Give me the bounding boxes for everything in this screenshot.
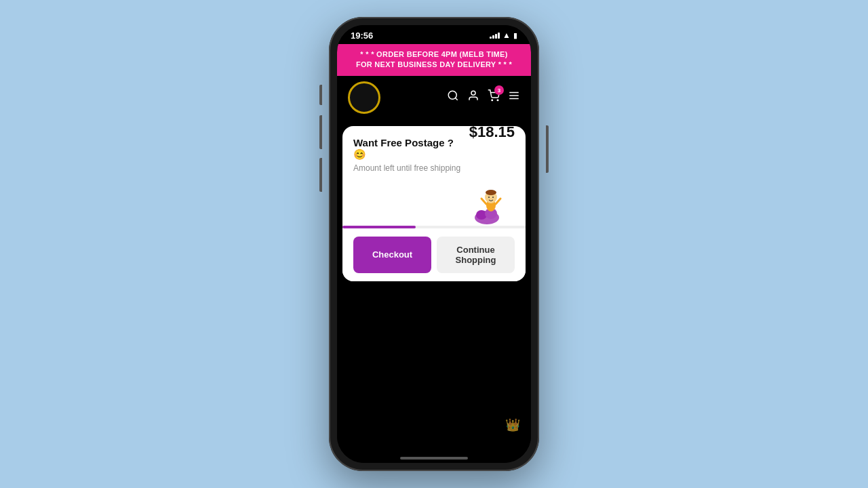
volume-up-button[interactable] bbox=[319, 115, 322, 149]
checkout-button[interactable]: Checkout bbox=[353, 237, 431, 273]
modal-content: Want Free Postage ? 😊 Amount left until … bbox=[342, 126, 526, 226]
free-postage-modal: Want Free Postage ? 😊 Amount left until … bbox=[342, 126, 526, 281]
wifi-icon: ▲ bbox=[502, 30, 511, 40]
status-time: 19:56 bbox=[351, 30, 373, 41]
modal-subtitle: Amount left until free shipping bbox=[353, 163, 469, 173]
svg-point-0 bbox=[448, 92, 456, 100]
modal-title: Want Free Postage ? 😊 bbox=[353, 137, 469, 161]
header: 3 bbox=[337, 76, 531, 119]
svg-point-14 bbox=[488, 197, 490, 198]
svg-line-1 bbox=[455, 98, 457, 100]
status-icons: ▲ ▮ bbox=[490, 30, 517, 40]
notch bbox=[407, 25, 461, 40]
home-indicator bbox=[337, 451, 531, 463]
svg-point-3 bbox=[492, 100, 493, 101]
cartoon-figure bbox=[472, 178, 509, 226]
modal-overlay: Want Free Postage ? 😊 Amount left until … bbox=[337, 119, 531, 451]
home-bar[interactable] bbox=[400, 457, 468, 460]
modal-amount: $18.15 bbox=[469, 126, 515, 141]
volume-mute-button[interactable] bbox=[319, 85, 322, 105]
app-content: (x3) Curl: C Edit Subtotal $56.85 Shippi… bbox=[337, 119, 531, 451]
svg-point-2 bbox=[471, 92, 475, 96]
modal-illustration bbox=[353, 178, 515, 226]
promo-banner: * * * ORDER BEFORE 4PM (MELB TIME) FOR N… bbox=[337, 44, 531, 76]
account-icon[interactable] bbox=[467, 89, 479, 105]
search-icon[interactable] bbox=[447, 89, 459, 105]
svg-point-15 bbox=[492, 197, 494, 198]
phone-screen: 19:56 ▲ ▮ * * * ORDER BEFORE 4PM (MELB T… bbox=[337, 25, 531, 463]
cart-count-badge: 3 bbox=[494, 85, 504, 95]
battery-icon: ▮ bbox=[513, 31, 517, 40]
modal-buttons: Checkout Continue Shopping bbox=[342, 228, 526, 281]
menu-icon[interactable] bbox=[508, 89, 520, 105]
power-button[interactable] bbox=[546, 125, 549, 173]
banner-line2: FOR NEXT BUSINESS DAY DELIVERY * * * bbox=[345, 60, 523, 70]
modal-emoji: 😊 bbox=[353, 148, 366, 160]
cart-icon[interactable]: 3 bbox=[488, 89, 500, 105]
nav-icons: 3 bbox=[447, 89, 520, 105]
volume-down-button[interactable] bbox=[319, 158, 322, 192]
phone-frame: 19:56 ▲ ▮ * * * ORDER BEFORE 4PM (MELB T… bbox=[329, 17, 539, 471]
signal-icon bbox=[490, 33, 500, 39]
banner-line1: * * * ORDER BEFORE 4PM (MELB TIME) bbox=[345, 49, 523, 60]
logo[interactable] bbox=[348, 81, 380, 114]
svg-point-13 bbox=[486, 190, 496, 195]
continue-shopping-button[interactable]: Continue Shopping bbox=[437, 237, 515, 273]
svg-point-4 bbox=[497, 100, 498, 101]
